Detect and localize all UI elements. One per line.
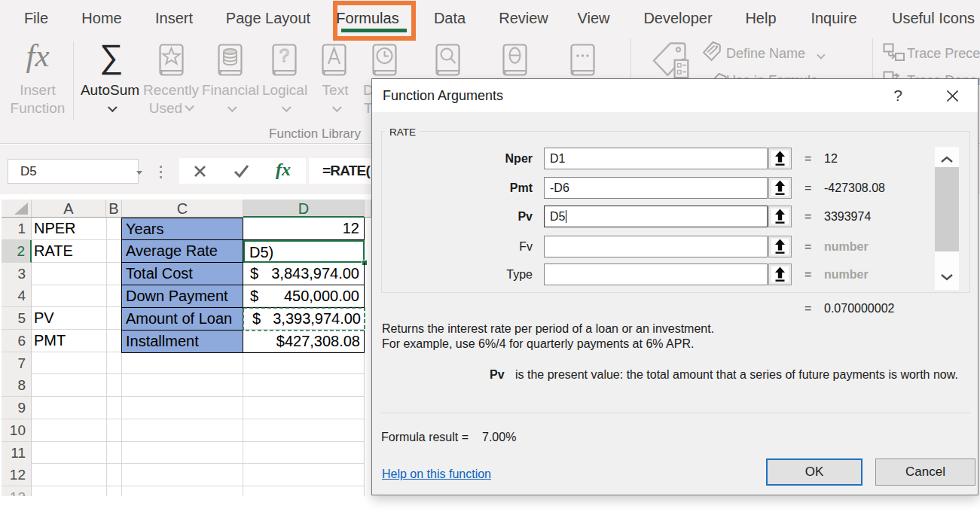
svg-text:?: ? bbox=[279, 45, 289, 66]
